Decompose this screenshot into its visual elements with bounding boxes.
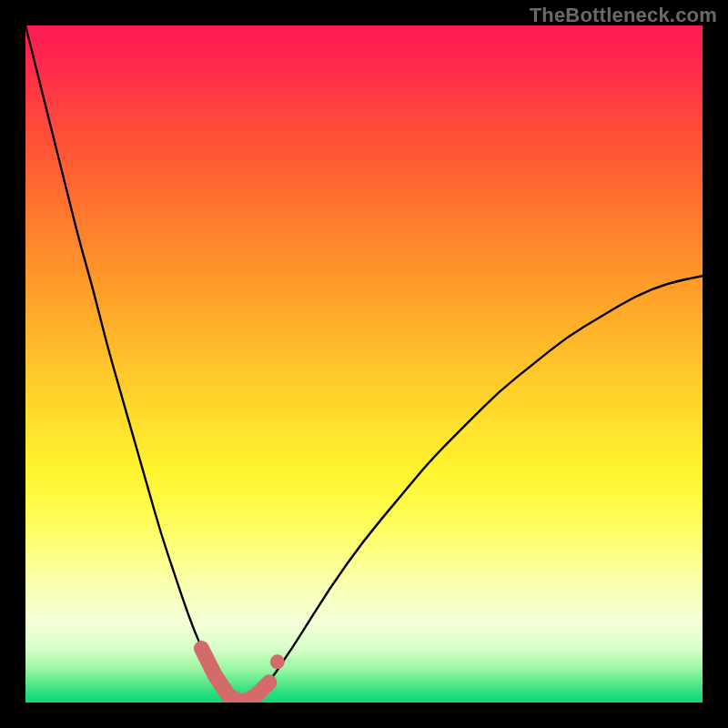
watermark-text: TheBottleneck.com (530, 4, 717, 27)
svg-point-0 (270, 654, 285, 669)
chart-frame: TheBottleneck.com (0, 0, 728, 728)
curve-layer (25, 25, 703, 703)
trough-markers (201, 648, 284, 703)
plot-area (25, 25, 703, 703)
bottleneck-curve (25, 25, 703, 703)
